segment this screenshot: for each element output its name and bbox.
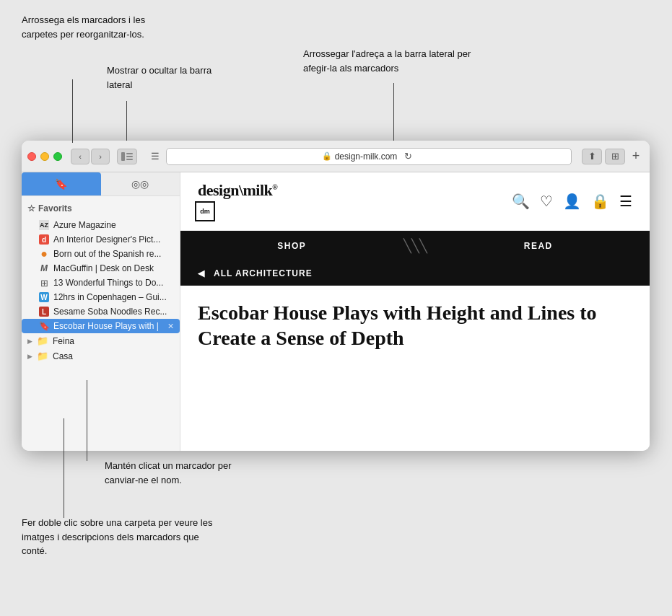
callout-reorganize: Arrossega els marcadors i les carpetes p…	[22, 13, 166, 41]
bookmark-interior[interactable]: d An Interior Designer's Pict...	[22, 232, 180, 247]
shop-nav-item[interactable]: SHOP	[180, 238, 403, 254]
article-category-bar[interactable]: ◀ ALL ARCHITECTURE	[180, 261, 650, 286]
born-icon: ●	[39, 249, 49, 259]
site-header: design\milk® dm 🔍 ♡ 👤 🔒 ☰	[180, 172, 650, 231]
svg-rect-3	[126, 159, 133, 160]
callout-folder-double-click: Fer doble clic sobre una carpeta per veu…	[22, 516, 217, 558]
folder-casa[interactable]: ▶ 📁 Casa	[22, 348, 180, 364]
callout-rename: Mantén clicat un marcador per canviar-ne…	[105, 459, 263, 487]
bookmark-sesame[interactable]: L Sesame Soba Noodles Rec...	[22, 304, 180, 319]
favorites-header: ☆ Favorits	[27, 202, 174, 215]
sesame-label: Sesame Soba Noodles Rec...	[53, 307, 174, 317]
address-bar-area: ☰ 🔒 design-milk.com ↻	[147, 148, 572, 165]
folder-icon-casa: 📁	[37, 351, 48, 361]
wishlist-icon[interactable]: ♡	[540, 193, 553, 210]
bookmarks-sidebar: 🔖 ◎◎ ☆ Favorits AZ Azure Magazine d	[22, 172, 180, 451]
toolbar-right: ⬆ ⊞ +	[582, 149, 644, 164]
azure-icon: AZ	[39, 220, 49, 230]
article-title: Escobar House Plays with Height and Line…	[198, 300, 616, 351]
12hrs-icon: W	[39, 292, 49, 302]
favorites-star-icon: ☆	[27, 203, 35, 214]
url-text: design-milk.com	[335, 151, 398, 162]
back-button[interactable]: ‹	[71, 149, 90, 164]
casa-label: Casa	[53, 351, 73, 361]
nav-buttons: ‹ ›	[71, 149, 110, 164]
menu-icon[interactable]: ☰	[619, 193, 632, 210]
fullscreen-button[interactable]	[53, 152, 62, 161]
escobar-icon: 🔖	[39, 321, 49, 331]
macguffin-icon: M	[39, 263, 49, 273]
reload-button[interactable]: ↻	[400, 149, 416, 164]
article-content: Escobar House Plays with Height and Line…	[180, 286, 650, 365]
sidebar-tabs: 🔖 ◎◎	[22, 172, 180, 196]
bookmark-born[interactable]: ● Born out of the Spanish re...	[22, 247, 180, 261]
new-tab-button[interactable]: +	[628, 149, 644, 164]
casa-triangle-icon: ▶	[27, 353, 32, 360]
svg-rect-1	[126, 153, 133, 154]
browser-body: 🔖 ◎◎ ☆ Favorits AZ Azure Magazine d	[22, 172, 650, 451]
site-nav-icons: 🔍 ♡ 👤 🔒 ☰	[512, 193, 632, 210]
logo-area: design\milk® dm	[198, 181, 277, 221]
bookmark-12hrs[interactable]: W 12hrs in Copenhagen – Gui...	[22, 290, 180, 304]
cart-icon[interactable]: 🔒	[591, 193, 609, 210]
macguffin-label: MacGuffin | Desk on Desk	[53, 263, 174, 273]
bookmark-13wonderful[interactable]: ⊞ 13 Wonderful Things to Do...	[22, 276, 180, 290]
reader-mode-button[interactable]: ☰	[147, 149, 163, 164]
favorites-label: Favorits	[38, 203, 72, 214]
site-logo-text: design\milk®	[198, 181, 277, 200]
folder-icon: 📁	[37, 335, 48, 346]
13wonderful-icon: ⊞	[39, 278, 49, 288]
title-bar: ‹ › ☰ 🔒 design-milk.com ↻ ⬆ ⊞ +	[22, 141, 650, 172]
favorites-section: ☆ Favorits	[22, 199, 180, 218]
folder-feina[interactable]: ▶ 📁 Feina	[22, 333, 180, 348]
share-button[interactable]: ⬆	[582, 149, 602, 164]
bookmark-azure[interactable]: AZ Azure Magazine	[22, 218, 180, 232]
forward-button[interactable]: ›	[91, 149, 110, 164]
nav-divider: ╲╲╲	[403, 238, 427, 254]
callout-drag-address: Arrossegar l'adreça a la barra lateral p…	[303, 47, 484, 75]
reading-list-tab[interactable]: ◎◎	[101, 172, 180, 195]
delete-escobar-button[interactable]: ✕	[167, 322, 174, 331]
search-icon[interactable]: 🔍	[512, 193, 530, 210]
feina-triangle-icon: ▶	[27, 338, 32, 345]
close-button[interactable]	[27, 152, 36, 161]
azure-label: Azure Magazine	[53, 220, 174, 230]
bookmarks-tab[interactable]: 🔖	[22, 172, 101, 195]
bookmark-macguffin[interactable]: M MacGuffin | Desk on Desk	[22, 261, 180, 276]
back-arrow-icon: ◀	[198, 268, 205, 278]
feina-label: Feina	[53, 336, 74, 346]
born-label: Born out of the Spanish re...	[53, 249, 174, 259]
13wonderful-label: 13 Wonderful Things to Do...	[53, 278, 174, 288]
site-nav-bar: SHOP ╲╲╲ READ	[180, 231, 650, 261]
callout-sidebar-toggle: Mostrar o ocultar la barra lateral	[107, 63, 222, 92]
12hrs-label: 12hrs in Copenhagen – Gui...	[53, 292, 174, 302]
svg-rect-2	[126, 156, 133, 157]
escobar-label: Escobar House Plays with |	[53, 321, 162, 331]
read-nav-item[interactable]: READ	[427, 238, 650, 254]
sidebar-items: ☆ Favorits AZ Azure Magazine d An Interi…	[22, 196, 180, 451]
interior-icon: d	[39, 234, 49, 245]
category-label: ALL ARCHITECTURE	[214, 268, 313, 278]
website-content: design\milk® dm 🔍 ♡ 👤 🔒 ☰ SHOP ╲╲╲	[180, 172, 650, 451]
interior-label: An Interior Designer's Pict...	[53, 234, 174, 245]
traffic-lights	[27, 152, 62, 161]
sesame-icon: L	[39, 307, 49, 317]
tab-overview-button[interactable]: ⊞	[605, 149, 625, 164]
browser-window: ‹ › ☰ 🔒 design-milk.com ↻ ⬆ ⊞ +	[22, 141, 650, 451]
account-icon[interactable]: 👤	[563, 193, 581, 210]
minimize-button[interactable]	[40, 152, 49, 161]
bookmark-escobar[interactable]: 🔖 Escobar House Plays with | ✕	[22, 319, 180, 333]
svg-rect-0	[121, 152, 125, 161]
address-field[interactable]: 🔒 design-milk.com ↻	[166, 148, 572, 165]
sidebar-toggle-button[interactable]	[117, 149, 137, 164]
logo-dm-icon: dm	[195, 201, 215, 221]
